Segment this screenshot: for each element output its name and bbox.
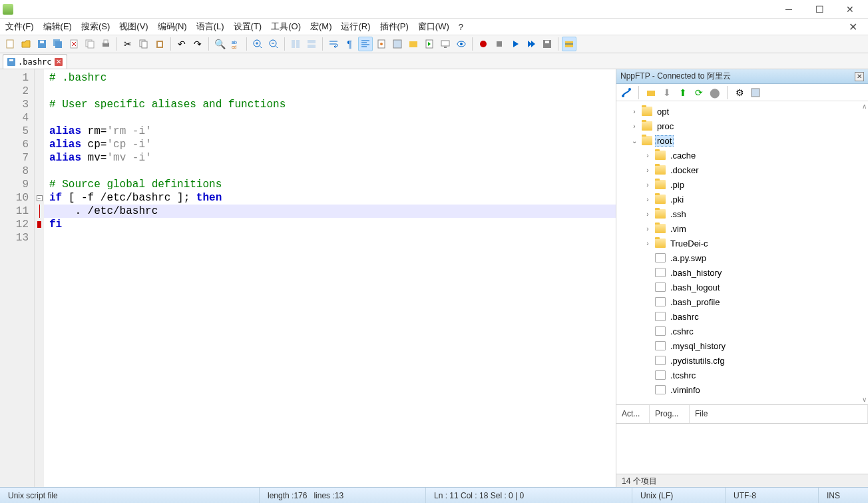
tree-node[interactable]: ›TrueDei-c [616,236,868,251]
record-macro-icon[interactable] [476,37,491,51]
code-line[interactable]: if [ -f /etc/bashrc ]; then [44,191,616,205]
tree-label[interactable]: .pki [668,194,686,205]
new-file-icon[interactable] [3,37,17,51]
fold-marker[interactable] [35,231,44,245]
redo-icon[interactable]: ↷ [190,37,205,51]
save-macro-icon[interactable] [540,37,554,51]
tree-node[interactable]: .pydistutils.cfg [616,353,868,368]
tree-label[interactable]: .bash_profile [668,296,722,308]
tree-label[interactable]: .cache [668,150,698,161]
menu-help[interactable]: ? [459,22,463,32]
ftp-upload-icon[interactable]: ⬆ [677,87,689,99]
cut-icon[interactable]: ✂ [120,37,135,51]
ftp-messages-icon[interactable] [750,87,761,99]
close-all-icon[interactable] [83,37,97,51]
folder-view-icon[interactable] [406,37,421,51]
code-line[interactable] [44,231,616,245]
ftp-tree[interactable]: ∧ ∨ ›opt›proc⌄root›.cache›.docker›.pip›.… [616,101,868,404]
ftp-download-icon[interactable]: ⬇ [661,87,673,99]
tree-node[interactable]: .tcshrc [616,368,868,382]
open-file-icon[interactable] [19,37,33,51]
ftp-abort-icon[interactable]: ⬤ [709,87,721,99]
chevron-right-icon[interactable]: › [643,225,652,233]
menu-settings[interactable]: 设置(T) [234,21,262,33]
ftp-open-folder-icon[interactable] [645,87,657,99]
code-line[interactable]: # Source global definitions [44,178,616,191]
code-line[interactable]: alias mv='mv -i' [44,151,616,165]
chevron-right-icon[interactable]: › [643,196,652,203]
tab-bashrc[interactable]: .bashrc ✕ [3,54,67,69]
tab-close-icon[interactable]: ✕ [55,58,63,66]
sync-h-icon[interactable] [304,37,319,51]
tree-node[interactable]: ›.cache [616,148,868,163]
tree-label[interactable]: .pip [668,179,686,191]
ftp-connect-icon[interactable] [620,87,632,99]
fold-marker[interactable] [35,165,44,178]
fold-marker[interactable] [35,111,44,125]
sync-v-icon[interactable] [288,37,303,51]
tree-label[interactable]: .bashrc [668,311,701,322]
paste-icon[interactable] [152,37,167,51]
tree-node[interactable]: ›.vim [616,221,868,236]
nppftp-icon[interactable] [562,37,576,51]
tree-label[interactable]: .cshrc [668,326,696,337]
function-list-icon[interactable] [390,37,405,51]
menu-search[interactable]: 搜索(S) [81,21,110,33]
tree-label[interactable]: opt [655,106,671,117]
nppftp-close-icon[interactable]: ✕ [855,72,864,81]
tree-label[interactable]: .a.py.swp [668,252,708,264]
tree-label[interactable]: root [655,135,674,147]
fold-marker[interactable] [35,98,44,111]
tree-node[interactable]: ›.pip [616,177,868,192]
undo-icon[interactable]: ↶ [174,37,189,51]
minimize-button[interactable]: ─ [773,0,804,19]
col-progress[interactable]: Prog... [650,405,690,423]
status-eol[interactable]: Unix (LF) [632,488,726,503]
tree-label[interactable]: TrueDei-c [668,238,710,249]
tree-label[interactable]: .bash_history [668,267,724,278]
ftp-refresh-icon[interactable]: ⟳ [693,87,705,99]
col-action[interactable]: Act... [616,405,650,423]
chevron-right-icon[interactable]: › [643,181,652,189]
save-all-icon[interactable] [51,37,65,51]
replace-icon[interactable]: abcd [228,37,243,51]
tree-label[interactable]: .mysql_history [668,340,728,352]
tree-node[interactable]: .bashrc [616,309,868,324]
show-all-chars-icon[interactable]: ¶ [342,37,357,51]
print-icon[interactable] [99,37,113,51]
tree-node[interactable]: ›.pki [616,192,868,207]
menu-run[interactable]: 运行(R) [341,21,370,33]
close-button[interactable]: ✕ [835,0,865,19]
tree-label[interactable]: .ssh [668,209,688,220]
col-file[interactable]: File [690,405,868,423]
tree-label[interactable]: .tcshrc [668,370,698,381]
tree-node[interactable]: .bash_profile [616,294,868,309]
chevron-right-icon[interactable]: › [630,108,639,115]
fold-marker[interactable] [35,71,44,85]
menu-language[interactable]: 语言(L) [196,21,224,33]
tree-node[interactable]: .a.py.swp [616,251,868,265]
tree-node[interactable]: ›.docker [616,163,868,177]
menu-file[interactable]: 文件(F) [5,21,34,33]
menu-view[interactable]: 视图(V) [119,21,148,33]
stop-macro-icon[interactable] [492,37,507,51]
document-close-icon[interactable]: ✕ [849,21,863,33]
fold-marker[interactable] [35,178,44,191]
find-icon[interactable]: 🔍 [212,37,227,51]
fold-margin[interactable]: − [35,69,44,487]
tree-label[interactable]: proc [655,121,676,132]
close-file-icon[interactable] [67,37,81,51]
menu-edit[interactable]: 编辑(E) [43,21,72,33]
status-encoding[interactable]: UTF-8 [726,488,819,503]
tree-label[interactable]: .bash_logout [668,282,722,293]
code-line[interactable]: # User specific aliases and functions [44,98,616,111]
fold-marker[interactable] [35,205,44,218]
fold-marker[interactable] [35,125,44,138]
fold-marker[interactable]: − [35,191,44,205]
code-line[interactable]: . /etc/bashrc [44,205,616,218]
fold-marker[interactable] [35,85,44,98]
monitor-icon[interactable] [438,37,453,51]
play-macro-icon[interactable] [508,37,523,51]
zoom-in-icon[interactable] [250,37,265,51]
scroll-down-icon[interactable]: ∨ [862,396,867,403]
